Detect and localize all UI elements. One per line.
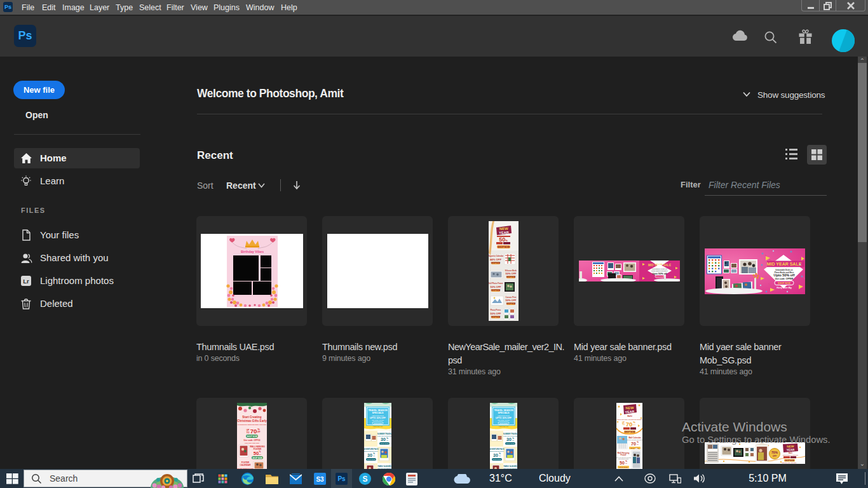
svg-text:SHOP NOW: SHOP NOW <box>499 423 508 424</box>
svg-text:SHOP NOW: SHOP NOW <box>655 276 663 277</box>
svg-text:Personalized Santa and Make Th: Personalized Santa and Make Their Day <box>237 424 266 426</box>
svg-text:Ring in the New Year with big: Ring in the New Year with big savings <box>616 419 642 420</box>
svg-text:Magnetic Calendar: Magnetic Calendar <box>489 255 504 257</box>
svg-text:50% OFF: 50% OFF <box>505 272 517 275</box>
svg-text:70: 70 <box>625 421 632 428</box>
svg-text:44% OFF: 44% OFF <box>490 258 501 261</box>
svg-text:SHOP NOW: SHOP NOW <box>491 262 500 264</box>
svg-text:30: 30 <box>493 453 498 458</box>
svg-text:Upto 50% off: Upto 50% off <box>652 273 667 275</box>
svg-text:UPTO 30% OFF: UPTO 30% OFF <box>370 417 386 419</box>
svg-text:SHOP NOW: SHOP NOW <box>506 276 515 278</box>
svg-text:YEAR: YEAR <box>625 410 634 414</box>
svg-text:Sale: Sale <box>627 414 632 417</box>
svg-text:TRAVEL SEASON: TRAVEL SEASON <box>494 409 513 412</box>
svg-text:Upto 50% off: Upto 50% off <box>774 273 795 277</box>
svg-text:SHOP NOW: SHOP NOW <box>778 281 791 284</box>
svg-text:SHOP NOW: SHOP NOW <box>374 423 382 424</box>
svg-text:SHOP NOW: SHOP NOW <box>619 466 628 468</box>
svg-text:CALENDAR: CALENDAR <box>240 464 251 466</box>
svg-text:SHOP NOW: SHOP NOW <box>380 443 389 444</box>
svg-text:TRAVEL SEASON: TRAVEL SEASON <box>368 409 388 412</box>
svg-text:off: off <box>625 463 627 464</box>
svg-text:SPECIALS: SPECIALS <box>372 412 384 414</box>
svg-text:SHOP NOW: SHOP NOW <box>498 246 510 248</box>
svg-text:www.offer.com | T&C apply: www.offer.com | T&C apply <box>782 462 796 463</box>
svg-text:MID YEAR SALE: MID YEAR SALE <box>767 262 802 266</box>
svg-text:Create your trip book now: Create your trip book now <box>503 435 517 437</box>
svg-text:Hurry, Save Big: Hurry, Save Big <box>776 286 792 288</box>
svg-text:Doll Photo Frame: Doll Photo Frame <box>489 282 503 285</box>
svg-text:Create your trip book now: Create your trip book now <box>377 435 391 437</box>
svg-text:50% OFF: 50% OFF <box>505 299 517 302</box>
svg-text:%: % <box>259 451 261 453</box>
svg-text:SHOP NOW: SHOP NOW <box>506 443 515 444</box>
svg-text:off: off <box>512 440 514 441</box>
svg-text:Memories that last forever: Memories that last forever <box>364 451 378 452</box>
svg-text:50: 50 <box>620 461 625 465</box>
svg-text:Use code: OFFER: Use code: OFFER <box>775 277 794 280</box>
svg-text:Biggest deals on photo gifts: Biggest deals on photo gifts <box>783 454 798 455</box>
svg-text:Use code: OFFER: Use code: OFFER <box>372 419 384 421</box>
svg-text:70%: 70% <box>771 450 778 454</box>
svg-text:your favorite shots: your favorite shots <box>618 458 628 459</box>
svg-text:%: % <box>257 428 260 431</box>
svg-text:SHOP NOW: SHOP NOW <box>491 289 500 292</box>
svg-text:SHOP NOW: SHOP NOW <box>506 302 515 305</box>
svg-text:Limited time only: Limited time only <box>372 426 383 427</box>
svg-text:50% OFF: 50% OFF <box>490 312 501 315</box>
svg-text:%: % <box>633 421 635 424</box>
svg-text:SHOP NOW: SHOP NOW <box>624 431 635 433</box>
svg-text:Christmas Gifts Early: Christmas Gifts Early <box>237 419 267 423</box>
svg-text:50% OFF: 50% OFF <box>490 285 501 288</box>
svg-text:30: 30 <box>506 437 512 442</box>
svg-text:Use code: OFF30: Use code: OFF30 <box>243 439 260 442</box>
svg-text:UPTO 30% OFF: UPTO 30% OFF <box>496 417 512 419</box>
svg-text:Use code: OFFER: Use code: OFFER <box>498 419 510 421</box>
svg-text:off: off <box>637 444 639 445</box>
svg-text:OFF: OFF <box>257 431 261 433</box>
svg-text:off: off <box>373 455 375 456</box>
svg-text:70: 70 <box>250 428 257 435</box>
svg-text:Memories that last forever: Memories that last forever <box>490 451 504 452</box>
svg-text:Birthday Vibes: Birthday Vibes <box>240 250 263 254</box>
svg-text:Start Creating: Start Creating <box>242 416 262 419</box>
svg-text:Plan the year with your photos: Plan the year with your photos <box>626 439 642 440</box>
svg-text:OFF: OFF <box>632 424 635 426</box>
svg-text:OFF: OFF <box>258 454 261 455</box>
svg-text:off: off <box>499 455 501 456</box>
svg-text:S3: S3 <box>316 476 324 483</box>
svg-text:SHOP NOW: SHOP NOW <box>247 435 257 438</box>
svg-text:S: S <box>362 475 367 484</box>
svg-text:OFF: OFF <box>773 454 776 457</box>
svg-text:30: 30 <box>367 453 372 458</box>
svg-text:SHOP NOW: SHOP NOW <box>491 316 500 318</box>
svg-text:Photo Prints: Photo Prints <box>490 309 501 311</box>
svg-text:TO: TO <box>246 431 249 434</box>
svg-text:SHOP NOW: SHOP NOW <box>367 459 376 460</box>
svg-text:YEAR: YEAR <box>499 231 509 235</box>
svg-text:70: 70 <box>631 442 636 446</box>
svg-text:SPECIALS: SPECIALS <box>498 412 510 414</box>
svg-text:Limited time only: Limited time only <box>498 426 508 427</box>
svg-text:SHOP NOW: SHOP NOW <box>252 457 262 459</box>
svg-text:30: 30 <box>381 437 386 442</box>
svg-text:Hurry offer ends soon: Hurry offer ends soon <box>245 442 260 444</box>
svg-text:SHOP NOW: SHOP NOW <box>785 459 794 461</box>
svg-text:off: off <box>386 440 388 441</box>
svg-text:SHOP NOW: SHOP NOW <box>492 459 501 460</box>
